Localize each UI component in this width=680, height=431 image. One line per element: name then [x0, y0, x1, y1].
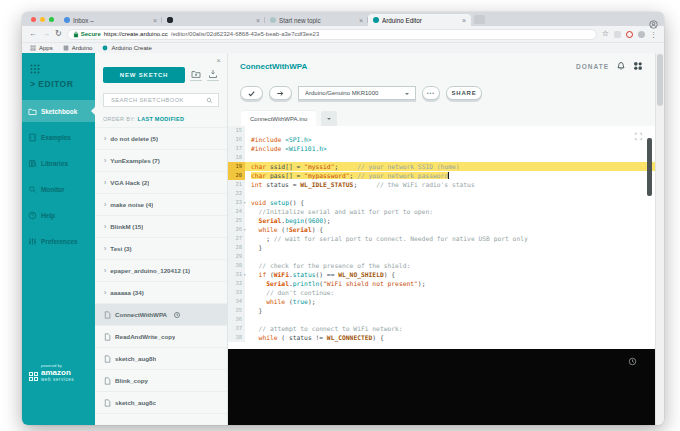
- line-number: 23▾: [228, 198, 245, 207]
- more-options-button[interactable]: [422, 86, 440, 100]
- profile-icon[interactable]: [649, 15, 658, 24]
- sidebar-item-preferences[interactable]: Preferences: [22, 230, 95, 252]
- bookmark-label: Arduino Create: [111, 45, 151, 51]
- new-folder-icon[interactable]: [190, 69, 202, 81]
- code-line: 24 //Initialize serial and wait for port…: [228, 207, 655, 216]
- forward-icon[interactable]: →: [42, 30, 50, 38]
- order-by-value[interactable]: LAST MODIFIED: [137, 116, 184, 122]
- bell-icon[interactable]: [616, 61, 626, 71]
- sidebar-item-label: Monitor: [41, 186, 64, 193]
- browser-tab-strip: Inbox –××Start new topic×Arduino Editor×: [22, 12, 664, 26]
- code-text: #include <WiFi101.h>: [245, 144, 655, 153]
- share-button[interactable]: SHARE: [446, 86, 482, 100]
- code-line: 31▾ if (WiFi.status() == WL_NO_SHIELD) {: [228, 270, 655, 279]
- line-number: 36: [228, 315, 245, 324]
- upload-button[interactable]: [269, 86, 292, 100]
- file-tab[interactable]: ConnectWithWPA.ino: [241, 111, 316, 126]
- fold-icon[interactable]: ▾: [244, 225, 246, 234]
- sketch-row[interactable]: ReadAndWrite_copy: [95, 326, 227, 348]
- chevron-right-icon: ›: [104, 157, 106, 164]
- line-number: 17: [228, 144, 245, 153]
- apps-grid-icon[interactable]: [30, 60, 40, 70]
- toolbar-right-icons: ☆ ⋮: [602, 30, 657, 38]
- page-scrollbar-thumb[interactable]: [657, 54, 663, 106]
- code-scrollbar-thumb[interactable]: [647, 138, 652, 196]
- tab-close-icon[interactable]: ×: [359, 17, 363, 24]
- clock-icon[interactable]: [628, 357, 637, 366]
- fold-icon[interactable]: ▾: [244, 198, 246, 207]
- code-text: // don't continue:: [245, 288, 655, 297]
- browser-tab[interactable]: Arduino Editor×: [368, 14, 471, 26]
- sidebar-item-sketchbook[interactable]: Sketchbook: [22, 100, 95, 122]
- sidebar-item-libraries[interactable]: Libraries: [22, 152, 95, 174]
- folder-row[interactable]: ›aaaaaa (34): [95, 282, 227, 304]
- folder-row[interactable]: ›VGA Hack (2): [95, 172, 227, 194]
- code-line: 17#include <WiFi101.h>: [228, 144, 655, 153]
- code-text: void setup() {: [245, 198, 655, 207]
- folder-name: make noise (4): [110, 201, 153, 208]
- sketch-name: ReadAndWrite_copy: [115, 333, 175, 340]
- donate-link[interactable]: DONATE: [576, 63, 609, 70]
- reload-icon[interactable]: ↻: [55, 30, 62, 38]
- extension-icon[interactable]: [614, 31, 621, 38]
- folder-name: epaper_arduino_120412 (1): [110, 267, 190, 274]
- tab-close-icon[interactable]: ×: [462, 17, 466, 24]
- code-editor[interactable]: 1516#include <SPI.h>17#include <WiFi101.…: [228, 126, 655, 349]
- browser-menu-icon[interactable]: ⋮: [650, 31, 657, 38]
- folder-row[interactable]: ›BlinkM (15): [95, 216, 227, 238]
- fold-icon[interactable]: ▾: [244, 270, 246, 279]
- line-number: 21: [228, 180, 245, 189]
- bookmark-item[interactable]: Apps: [30, 45, 53, 51]
- folder-row[interactable]: ›YunExamples (7): [95, 150, 227, 172]
- address-bar[interactable]: Secure https://create.arduino.cc /editor…: [67, 29, 597, 40]
- verify-button[interactable]: [240, 86, 263, 100]
- new-sketch-button[interactable]: NEW SKETCH: [103, 67, 185, 83]
- board-selector[interactable]: Arduino/Genuino MKR1000: [298, 86, 416, 100]
- sketch-list: ›do not delete (5)›YunExamples (7)›VGA H…: [95, 127, 227, 425]
- tab-close-icon[interactable]: ×: [153, 17, 157, 24]
- close-window-button[interactable]: [31, 17, 36, 22]
- minimize-window-button[interactable]: [40, 17, 45, 22]
- file-tab-row: ConnectWithWPA.ino: [228, 107, 655, 126]
- folder-row[interactable]: ›do not delete (5): [95, 128, 227, 150]
- extension-gray-icon[interactable]: [638, 31, 645, 38]
- bookmark-star-icon[interactable]: ☆: [602, 30, 609, 38]
- discourse-icon: [270, 17, 276, 23]
- file-tab-menu-button[interactable]: [321, 111, 337, 126]
- sketch-row[interactable]: sketch_aug8c: [95, 392, 227, 414]
- search-sketchbook-input[interactable]: [109, 96, 203, 104]
- line-number: 18: [228, 153, 245, 162]
- folder-row[interactable]: ›epaper_arduino_120412 (1): [95, 260, 227, 282]
- sketch-name: sketch_aug8h: [115, 355, 156, 362]
- tab-close-icon[interactable]: ×: [256, 17, 260, 24]
- sketch-row[interactable]: sketch_aug8h: [95, 348, 227, 370]
- folder-row[interactable]: ›make noise (4): [95, 194, 227, 216]
- editor-column: ConnectWithWPA DONATE Arduino/Genuino MK…: [228, 53, 655, 425]
- bookmark-item[interactable]: Arduino: [63, 45, 93, 51]
- arduino-icon: [373, 17, 379, 23]
- sidebar-items: SketchbookExamplesLibrariesMonitorHelpPr…: [22, 100, 95, 252]
- back-icon[interactable]: ←: [29, 30, 37, 38]
- folder-row[interactable]: ›Tesi (3): [95, 238, 227, 260]
- sketch-row[interactable]: Blink_copy: [95, 370, 227, 392]
- browser-tab[interactable]: ×: [162, 14, 265, 26]
- sidebar-item-monitor[interactable]: Monitor: [22, 178, 95, 200]
- apps-grid-icon: [30, 45, 36, 51]
- fullscreen-icon[interactable]: [634, 132, 643, 141]
- arduino-create-app: EDITOR SketchbookExamplesLibrariesMonito…: [22, 53, 664, 425]
- import-sketch-icon[interactable]: [207, 69, 219, 81]
- browser-tab[interactable]: Start new topic×: [265, 14, 368, 26]
- sketch-row[interactable]: ConnectWithWPA: [95, 304, 227, 326]
- new-tab-button[interactable]: [474, 15, 485, 24]
- console-panel[interactable]: [228, 349, 655, 425]
- extension-red-icon[interactable]: [626, 31, 633, 38]
- browser-tab[interactable]: Inbox –×: [59, 14, 162, 26]
- zoom-window-button[interactable]: [49, 17, 54, 22]
- editor-toolbar: Arduino/Genuino MKR1000 SHARE: [228, 79, 655, 107]
- sidebar-item-examples[interactable]: Examples: [22, 126, 95, 148]
- page-scrollbar[interactable]: [655, 53, 664, 425]
- avatar-grid-icon[interactable]: [633, 61, 643, 71]
- panel-close-icon[interactable]: ×: [216, 57, 221, 65]
- bookmark-item[interactable]: Arduino Create: [102, 45, 151, 51]
- sidebar-item-help[interactable]: Help: [22, 204, 95, 226]
